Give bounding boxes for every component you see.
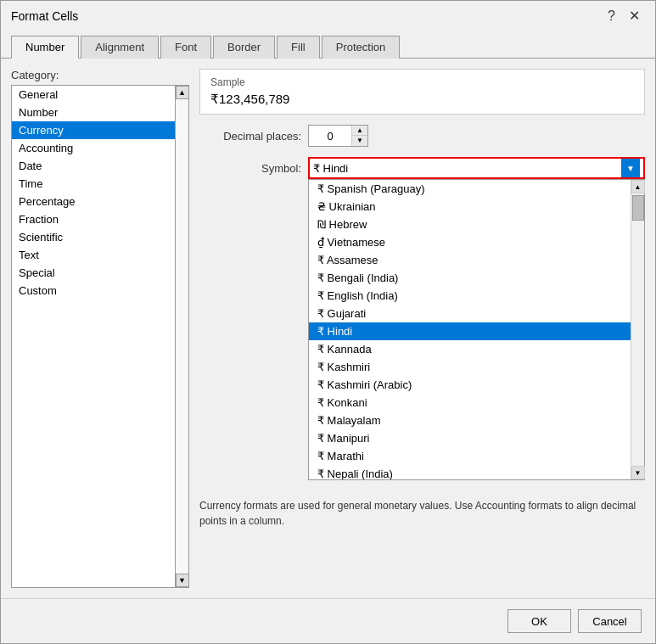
tab-protection[interactable]: Protection [322, 36, 401, 59]
sample-label: Sample [210, 76, 634, 88]
list-item[interactable]: Number [12, 104, 175, 121]
list-item[interactable]: Date [12, 157, 175, 175]
decimal-decrement-button[interactable]: ▼ [352, 136, 367, 146]
dropdown-item-hindi[interactable]: ₹ Hindi [309, 322, 631, 340]
list-item[interactable]: Text [12, 246, 175, 264]
help-button[interactable]: ? [603, 8, 620, 25]
dropdown-list: ₹ Spanish (Paraguay) ₴ Ukrainian ₪ Hebre… [309, 180, 631, 479]
scroll-up-arrow[interactable]: ▲ [176, 86, 189, 99]
dialog-title: Format Cells [11, 9, 78, 23]
decimal-input-wrapper: ▲ ▼ [308, 125, 368, 147]
dropdown-item[interactable]: ₹ Marathi [309, 447, 631, 465]
dropdown-item[interactable]: ₹ Kashmiri [309, 358, 631, 376]
category-list: General Number Currency Accounting Date … [12, 86, 188, 587]
dropdown-item[interactable]: ₹ Malayalam [309, 412, 631, 429]
dropdown-item[interactable]: ₹ Spanish (Paraguay) [309, 180, 631, 198]
sample-group: Sample ₹123,456,789 [199, 69, 645, 115]
ok-button[interactable]: OK [507, 609, 571, 633]
right-panel: Sample ₹123,456,789 Decimal places: ▲ ▼ … [199, 69, 645, 588]
tabs-bar: Number Alignment Font Border Fill Protec… [1, 28, 655, 59]
bottom-right-section: Currency formats are used for general mo… [199, 491, 645, 529]
dropdown-item[interactable]: ₹ Nepali (India) [309, 465, 631, 479]
list-item-currency[interactable]: Currency [12, 121, 175, 139]
dropdown-scroll-up[interactable]: ▲ [631, 180, 645, 193]
symbol-dropdown-arrow[interactable]: ▼ [621, 159, 640, 177]
category-scrollbar: ▲ ▼ [175, 86, 188, 587]
decimal-input[interactable] [309, 126, 351, 146]
symbol-dropdown-wrapper: ₹ Hindi ▼ ₹ Spanish (Paraguay) ₴ Ukraini… [308, 157, 645, 179]
dropdown-scroll-down[interactable]: ▼ [631, 466, 645, 479]
category-list-container: General Number Currency Accounting Date … [11, 85, 189, 588]
dropdown-item[interactable]: ₹ Konkani [309, 394, 631, 412]
list-item[interactable]: Time [12, 175, 175, 193]
decimal-spin-buttons: ▲ ▼ [351, 126, 367, 146]
symbol-row: Symbol: ₹ Hindi ▼ ₹ Spanish (Paraguay) ₴… [199, 157, 645, 179]
close-button[interactable]: ✕ [624, 8, 645, 25]
dropdown-item[interactable]: ₫ Vietnamese [309, 233, 631, 251]
tab-number[interactable]: Number [11, 36, 79, 59]
dropdown-item[interactable]: ₪ Hebrew [309, 216, 631, 233]
dropdown-scroll-thumb[interactable] [632, 195, 644, 221]
left-panel: Category: General Number Currency Accoun… [11, 69, 189, 588]
sample-value: ₹123,456,789 [210, 92, 634, 107]
main-content: Category: General Number Currency Accoun… [1, 59, 655, 598]
scroll-track [176, 99, 188, 574]
cancel-button[interactable]: Cancel [578, 609, 642, 633]
format-cells-dialog: Format Cells ? ✕ Number Alignment Font B… [0, 0, 656, 644]
dropdown-item[interactable]: ₹ English (India) [309, 287, 631, 305]
dropdown-item[interactable]: ₹ Kashmiri (Arabic) [309, 376, 631, 394]
dropdown-scroll-track [631, 221, 644, 466]
symbol-select-box[interactable]: ₹ Hindi ▼ [308, 157, 645, 179]
title-bar: Format Cells ? ✕ [1, 1, 655, 28]
list-item[interactable]: Percentage [12, 193, 175, 210]
dropdown-item[interactable]: ₹ Kannada [309, 340, 631, 358]
list-item[interactable]: Accounting [12, 139, 175, 157]
dropdown-scrollbar: ▲ ▼ [631, 180, 644, 479]
dropdown-item[interactable]: ₹ Gujarati [309, 305, 631, 322]
dropdown-item[interactable]: ₹ Bengali (India) [309, 269, 631, 287]
description-text: Currency formats are used for general mo… [199, 498, 645, 529]
list-item[interactable]: Fraction [12, 210, 175, 228]
list-item[interactable]: Scientific [12, 228, 175, 246]
decimal-increment-button[interactable]: ▲ [352, 126, 367, 136]
symbol-selected-value: ₹ Hindi [313, 162, 348, 175]
decimal-row: Decimal places: ▲ ▼ [199, 125, 645, 147]
bottom-bar: OK Cancel [1, 598, 655, 643]
dropdown-item[interactable]: ₹ Assamese [309, 251, 631, 269]
list-item[interactable]: General [12, 86, 175, 104]
tab-font[interactable]: Font [160, 36, 211, 59]
tab-border[interactable]: Border [213, 36, 275, 59]
decimal-label: Decimal places: [199, 130, 301, 143]
dropdown-item[interactable]: ₹ Manipuri [309, 429, 631, 447]
tab-alignment[interactable]: Alignment [81, 36, 159, 59]
category-label: Category: [11, 69, 189, 81]
dropdown-item[interactable]: ₴ Ukrainian [309, 198, 631, 216]
list-item[interactable]: Custom [12, 282, 175, 300]
symbol-label: Symbol: [199, 162, 301, 175]
title-bar-controls: ? ✕ [603, 8, 645, 25]
tab-fill[interactable]: Fill [277, 36, 320, 59]
symbol-dropdown: ₹ Spanish (Paraguay) ₴ Ukrainian ₪ Hebre… [308, 179, 645, 480]
list-item[interactable]: Special [12, 264, 175, 282]
scroll-down-arrow[interactable]: ▼ [176, 574, 189, 587]
